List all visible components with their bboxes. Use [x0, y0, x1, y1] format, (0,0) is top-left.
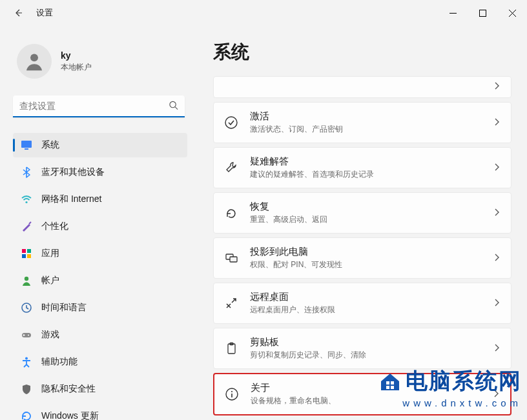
settings-window: 设置 ky 本地帐户 [0, 0, 527, 420]
titlebar-left: 设置 [12, 6, 53, 19]
list-item-partial[interactable] [213, 76, 512, 98]
sidebar-item-label: 游戏 [41, 329, 59, 341]
sidebar-item-label: Windows 更新 [41, 410, 99, 420]
sidebar-item-apps[interactable]: 应用 [13, 241, 187, 266]
sidebar-item-system[interactable]: 系统 [13, 133, 187, 157]
wifi-icon [21, 194, 32, 205]
sidebar-item-update[interactable]: Windows 更新 [13, 404, 187, 420]
svg-point-5 [25, 201, 27, 203]
sidebar-item-label: 应用 [41, 248, 59, 259]
maximize-icon [479, 10, 486, 17]
sidebar-item-network[interactable]: 网络和 Internet [13, 187, 187, 212]
settings-item-body: 恢复 重置、高级启动、返回 [250, 201, 481, 225]
settings-item-title: 关于 [251, 382, 480, 394]
settings-item-subtitle: 设备规格，重命名电脑、 [251, 395, 480, 406]
svg-rect-18 [228, 344, 235, 354]
settings-item-title: 疑难解答 [250, 155, 481, 168]
remote-icon [224, 296, 238, 310]
sidebar-item-time[interactable]: 时间和语言 [13, 295, 187, 320]
bluetooth-icon [21, 166, 32, 178]
account-profile[interactable]: ky 本地帐户 [13, 41, 187, 92]
arrow-left-icon [13, 8, 23, 18]
svg-rect-0 [479, 10, 486, 16]
sidebar-item-label: 网络和 Internet [41, 194, 101, 205]
settings-item-remote[interactable]: 远程桌面 远程桌面用户、连接权限 [213, 283, 512, 324]
sidebar-item-accessibility[interactable]: 辅助功能 [13, 350, 187, 374]
sidebar-item-label: 隐私和安全性 [41, 383, 96, 395]
search-input[interactable] [13, 95, 185, 117]
settings-item-troubleshoot[interactable]: 疑难解答 建议的疑难解答、首选项和历史记录 [213, 147, 512, 188]
svg-point-2 [170, 101, 176, 107]
settings-item-title: 剪贴板 [250, 336, 481, 348]
info-icon [225, 387, 239, 401]
svg-rect-8 [22, 254, 26, 258]
sidebar-item-bluetooth[interactable]: 蓝牙和其他设备 [13, 160, 187, 185]
settings-item-recovery[interactable]: 恢复 重置、高级启动、返回 [213, 192, 512, 234]
shield-icon [21, 383, 32, 395]
chevron-right-icon [493, 252, 501, 264]
titlebar: 设置 [0, 0, 527, 26]
sidebar-item-label: 辅助功能 [41, 356, 78, 368]
close-button[interactable] [497, 0, 527, 26]
clock-icon [21, 302, 32, 314]
search-icon [169, 101, 178, 113]
chevron-right-icon [493, 297, 501, 309]
chevron-right-icon [493, 343, 501, 354]
settings-item-title: 投影到此电脑 [250, 246, 481, 258]
sidebar-item-personalize[interactable]: 个性化 [13, 214, 187, 239]
settings-item-body: 投影到此电脑 权限、配对 PIN、可发现性 [250, 246, 481, 270]
chevron-right-icon [493, 207, 501, 219]
settings-item-body: 远程桌面 远程桌面用户、连接权限 [250, 291, 481, 315]
settings-item-title: 激活 [250, 110, 481, 123]
recovery-icon [224, 206, 238, 220]
settings-item-body: 关于 设备规格，重命名电脑、 [251, 382, 480, 406]
check-circle-icon [224, 115, 238, 130]
chevron-right-icon [492, 388, 500, 400]
settings-item-about[interactable]: 关于 设备规格，重命名电脑、 [213, 373, 512, 415]
clipboard-icon [224, 341, 238, 355]
chevron-right-icon [493, 117, 501, 128]
close-icon [509, 10, 516, 17]
sidebar-item-label: 系统 [41, 139, 59, 151]
update-icon [21, 410, 32, 420]
settings-item-project[interactable]: 投影到此电脑 权限、配对 PIN、可发现性 [213, 237, 512, 279]
settings-item-subtitle: 剪切和复制历史记录、同步、清除 [250, 350, 481, 361]
minimize-icon [450, 10, 457, 17]
wrench-icon [224, 161, 238, 175]
sidebar-item-accounts[interactable]: 帐户 [13, 268, 187, 293]
settings-item-subtitle: 激活状态、订阅、产品密钥 [250, 124, 481, 135]
svg-rect-4 [25, 148, 28, 150]
settings-item-title: 恢复 [250, 201, 481, 213]
svg-rect-17 [230, 257, 237, 262]
brush-icon [21, 221, 32, 232]
settings-item-clipboard[interactable]: 剪贴板 剪切和复制历史记录、同步、清除 [213, 328, 512, 369]
profile-subtitle: 本地帐户 [61, 62, 92, 73]
settings-item-activation[interactable]: 激活 激活状态、订阅、产品密钥 [213, 102, 512, 143]
sidebar-item-gaming[interactable]: 游戏 [13, 323, 187, 347]
settings-item-title: 远程桌面 [250, 291, 481, 303]
window-body: ky 本地帐户 系统 蓝牙和其他设备 网络和 Internet 个性化 应用 帐… [0, 26, 527, 420]
svg-rect-7 [27, 249, 31, 253]
back-button[interactable] [12, 6, 25, 19]
sidebar-item-label: 时间和语言 [41, 302, 87, 314]
svg-point-10 [25, 277, 28, 281]
svg-point-1 [30, 54, 38, 61]
sidebar-nav: 系统 蓝牙和其他设备 网络和 Internet 个性化 应用 帐户 时间和语言 … [13, 133, 187, 420]
profile-name: ky [61, 50, 92, 61]
svg-rect-3 [21, 141, 32, 148]
sidebar-item-privacy[interactable]: 隐私和安全性 [13, 377, 187, 401]
chevron-right-icon [493, 81, 501, 92]
monitor-icon [21, 139, 32, 151]
settings-item-subtitle: 权限、配对 PIN、可发现性 [250, 259, 481, 270]
accessibility-icon [21, 356, 32, 368]
settings-item-body: 疑难解答 建议的疑难解答、首选项和历史记录 [250, 155, 481, 180]
profile-text: ky 本地帐户 [61, 50, 92, 73]
svg-point-21 [231, 391, 232, 392]
avatar [17, 44, 52, 79]
maximize-button[interactable] [468, 0, 497, 26]
sidebar-item-label: 个性化 [41, 221, 68, 232]
settings-item-body: 激活 激活状态、订阅、产品密钥 [250, 110, 481, 135]
svg-point-15 [225, 117, 237, 128]
minimize-button[interactable] [438, 0, 468, 26]
svg-point-13 [28, 335, 29, 336]
